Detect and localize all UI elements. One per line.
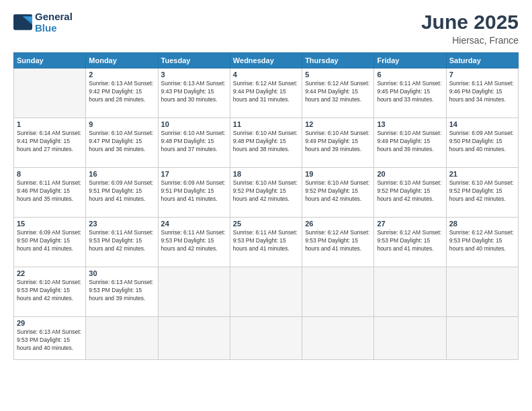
weekday-header-monday: Monday: [86, 53, 158, 68]
logo: General Blue: [13, 11, 73, 34]
calendar-cell: 21Sunrise: 6:10 AM Sunset: 9:52 PM Dayli…: [446, 168, 518, 218]
weekday-header-saturday: Saturday: [446, 53, 518, 68]
day-number: 27: [377, 220, 443, 228]
title-block: June 2025 Hiersac, France: [421, 11, 519, 46]
day-info: Sunrise: 6:10 AM Sunset: 9:52 PM Dayligh…: [377, 179, 443, 203]
day-number: 24: [161, 220, 227, 228]
calendar-cell: 13Sunrise: 6:10 AM Sunset: 9:49 PM Dayli…: [374, 118, 446, 168]
weekday-header-sunday: Sunday: [14, 53, 86, 68]
day-info: Sunrise: 6:10 AM Sunset: 9:48 PM Dayligh…: [161, 130, 227, 154]
day-info: Sunrise: 6:11 AM Sunset: 9:46 PM Dayligh…: [17, 179, 83, 203]
weekday-header-wednesday: Wednesday: [230, 53, 302, 68]
day-number: 4: [233, 71, 299, 79]
header: General Blue June 2025 Hiersac, France: [13, 11, 519, 46]
weekday-header-friday: Friday: [374, 53, 446, 68]
calendar-cell: 26Sunrise: 6:12 AM Sunset: 9:53 PM Dayli…: [302, 218, 374, 267]
day-number: 15: [17, 220, 83, 228]
day-number: 8: [17, 170, 83, 178]
calendar-cell: 4Sunrise: 6:12 AM Sunset: 9:44 PM Daylig…: [230, 68, 302, 118]
calendar-week-row: 8Sunrise: 6:11 AM Sunset: 9:46 PM Daylig…: [14, 168, 519, 218]
calendar-cell: 10Sunrise: 6:10 AM Sunset: 9:48 PM Dayli…: [158, 118, 230, 168]
calendar-week-row: 15Sunrise: 6:09 AM Sunset: 9:50 PM Dayli…: [14, 218, 519, 267]
calendar-cell: 9Sunrise: 6:10 AM Sunset: 9:47 PM Daylig…: [86, 118, 158, 168]
day-number: 13: [377, 120, 443, 128]
calendar-cell: 18Sunrise: 6:10 AM Sunset: 9:52 PM Dayli…: [230, 168, 302, 218]
day-number: 3: [161, 71, 227, 79]
day-number: 16: [89, 170, 154, 178]
day-number: 21: [449, 170, 515, 178]
calendar-cell: [14, 68, 86, 118]
calendar-cell: [446, 317, 518, 360]
calendar-table: SundayMondayTuesdayWednesdayThursdayFrid…: [13, 52, 519, 360]
weekday-header-row: SundayMondayTuesdayWednesdayThursdayFrid…: [14, 53, 519, 68]
logo-line1: General: [35, 11, 73, 22]
day-info: Sunrise: 6:13 AM Sunset: 9:53 PM Dayligh…: [17, 328, 83, 353]
day-number: 1: [17, 120, 83, 128]
day-info: Sunrise: 6:13 AM Sunset: 9:42 PM Dayligh…: [89, 80, 154, 104]
calendar-cell: 19Sunrise: 6:10 AM Sunset: 9:52 PM Dayli…: [302, 168, 374, 218]
day-number: 14: [449, 120, 515, 128]
calendar-cell: [86, 317, 158, 360]
day-number: 26: [305, 220, 371, 228]
day-number: 12: [305, 120, 371, 128]
calendar-cell: 16Sunrise: 6:09 AM Sunset: 9:51 PM Dayli…: [86, 168, 158, 218]
calendar-week-row: 1Sunrise: 6:14 AM Sunset: 9:41 PM Daylig…: [14, 118, 519, 168]
calendar-cell: 28Sunrise: 6:12 AM Sunset: 9:53 PM Dayli…: [446, 218, 518, 267]
day-info: Sunrise: 6:10 AM Sunset: 9:52 PM Dayligh…: [449, 179, 515, 203]
day-info: Sunrise: 6:09 AM Sunset: 9:51 PM Dayligh…: [161, 179, 227, 203]
day-number: 11: [233, 120, 299, 128]
day-info: Sunrise: 6:13 AM Sunset: 9:43 PM Dayligh…: [161, 80, 227, 104]
calendar-title: June 2025: [421, 11, 519, 34]
day-info: Sunrise: 6:14 AM Sunset: 9:41 PM Dayligh…: [17, 130, 83, 154]
calendar-cell: 15Sunrise: 6:09 AM Sunset: 9:50 PM Dayli…: [14, 218, 86, 267]
day-number: 2: [89, 71, 154, 79]
day-number: 22: [17, 269, 83, 277]
day-info: Sunrise: 6:11 AM Sunset: 9:45 PM Dayligh…: [377, 80, 443, 104]
day-info: Sunrise: 6:10 AM Sunset: 9:52 PM Dayligh…: [305, 179, 371, 203]
calendar-page: General Blue June 2025 Hiersac, France S…: [0, 0, 532, 411]
day-info: Sunrise: 6:11 AM Sunset: 9:53 PM Dayligh…: [233, 229, 299, 253]
day-number: 18: [233, 170, 299, 178]
calendar-cell: [374, 317, 446, 360]
day-info: Sunrise: 6:10 AM Sunset: 9:53 PM Dayligh…: [17, 279, 83, 303]
day-number: 25: [233, 220, 299, 228]
calendar-cell: 2Sunrise: 6:13 AM Sunset: 9:42 PM Daylig…: [86, 68, 158, 118]
calendar-cell: 8Sunrise: 6:11 AM Sunset: 9:46 PM Daylig…: [14, 168, 86, 218]
calendar-subtitle: Hiersac, France: [421, 35, 519, 46]
calendar-cell: [230, 267, 302, 317]
calendar-cell: 7Sunrise: 6:11 AM Sunset: 9:46 PM Daylig…: [446, 68, 518, 118]
day-number: 17: [161, 170, 227, 178]
calendar-cell: [302, 317, 374, 360]
day-info: Sunrise: 6:10 AM Sunset: 9:49 PM Dayligh…: [305, 130, 371, 154]
calendar-cell: 5Sunrise: 6:12 AM Sunset: 9:44 PM Daylig…: [302, 68, 374, 118]
calendar-cell: 24Sunrise: 6:11 AM Sunset: 9:53 PM Dayli…: [158, 218, 230, 267]
calendar-cell: 17Sunrise: 6:09 AM Sunset: 9:51 PM Dayli…: [158, 168, 230, 218]
day-info: Sunrise: 6:10 AM Sunset: 9:52 PM Dayligh…: [233, 179, 299, 203]
calendar-cell: [374, 267, 446, 317]
day-info: Sunrise: 6:12 AM Sunset: 9:53 PM Dayligh…: [449, 229, 515, 253]
calendar-cell: 30Sunrise: 6:13 AM Sunset: 9:53 PM Dayli…: [86, 267, 158, 317]
day-info: Sunrise: 6:11 AM Sunset: 9:53 PM Dayligh…: [161, 229, 227, 253]
day-info: Sunrise: 6:10 AM Sunset: 9:49 PM Dayligh…: [377, 130, 443, 154]
day-number: 10: [161, 120, 227, 128]
day-number: 7: [449, 71, 515, 79]
day-number: 20: [377, 170, 443, 178]
logo-icon: [13, 14, 32, 30]
calendar-cell: 20Sunrise: 6:10 AM Sunset: 9:52 PM Dayli…: [374, 168, 446, 218]
calendar-cell: 12Sunrise: 6:10 AM Sunset: 9:49 PM Dayli…: [302, 118, 374, 168]
calendar-week-row: 29Sunrise: 6:13 AM Sunset: 9:53 PM Dayli…: [14, 317, 519, 360]
day-number: 23: [89, 220, 154, 228]
calendar-cell: 6Sunrise: 6:11 AM Sunset: 9:45 PM Daylig…: [374, 68, 446, 118]
day-number: 30: [89, 269, 154, 277]
calendar-cell: 23Sunrise: 6:11 AM Sunset: 9:53 PM Dayli…: [86, 218, 158, 267]
weekday-header-thursday: Thursday: [302, 53, 374, 68]
day-number: 28: [449, 220, 515, 228]
day-info: Sunrise: 6:09 AM Sunset: 9:50 PM Dayligh…: [449, 130, 515, 154]
calendar-cell: 1Sunrise: 6:14 AM Sunset: 9:41 PM Daylig…: [14, 118, 86, 168]
day-number: 19: [305, 170, 371, 178]
day-info: Sunrise: 6:09 AM Sunset: 9:50 PM Dayligh…: [17, 229, 83, 253]
calendar-cell: 29Sunrise: 6:13 AM Sunset: 9:53 PM Dayli…: [14, 317, 86, 360]
day-number: 9: [89, 120, 154, 128]
calendar-cell: 11Sunrise: 6:10 AM Sunset: 9:48 PM Dayli…: [230, 118, 302, 168]
calendar-cell: [230, 317, 302, 360]
